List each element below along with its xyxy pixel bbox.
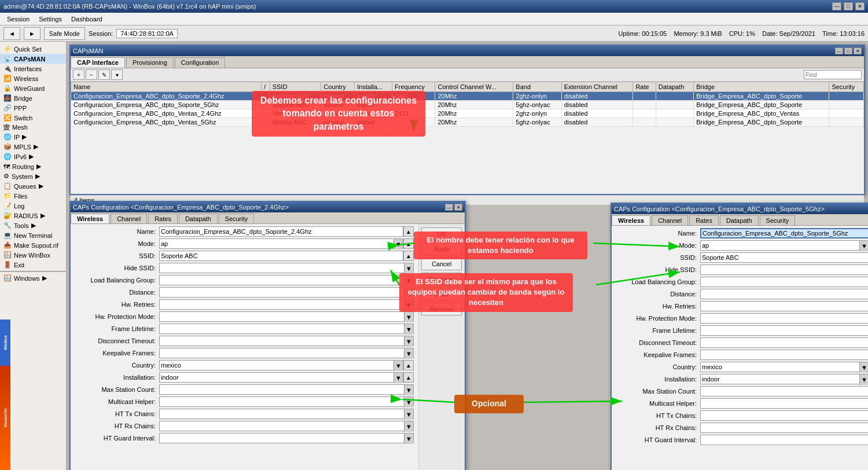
sidebar-item-capsman[interactable]: 📡 CAPsMAN — [0, 54, 66, 64]
sidebar-item-quickset[interactable]: ⚡ Quick Set — [0, 44, 66, 54]
remove-config-btn[interactable]: − — [86, 69, 97, 80]
tab-cap-interface[interactable]: CAP Interface — [71, 57, 125, 68]
r-installation-input[interactable] — [701, 374, 859, 384]
sidebar-item-queues[interactable]: 📋 Queues ▶ — [0, 181, 66, 191]
tab-left-wireless[interactable]: Wireless — [71, 214, 109, 223]
sidebar-item-files[interactable]: 📁 Files — [0, 191, 66, 201]
disconnect-timeout-input[interactable] — [160, 336, 404, 346]
r-name-input[interactable] — [700, 228, 868, 238]
name-scroll-up[interactable]: ▲ — [403, 226, 414, 237]
find-input[interactable] — [804, 70, 862, 79]
config-left-close[interactable]: ✕ — [454, 204, 462, 211]
ssid-input[interactable] — [159, 251, 403, 261]
sidebar-item-interfaces[interactable]: 🔌 Interfaces — [0, 64, 66, 74]
ht-guard-input[interactable] — [160, 434, 404, 443]
sidebar-item-ipv6[interactable]: 🌐 IPv6 ▶ — [0, 152, 66, 161]
tab-configuration[interactable]: Configuration — [175, 57, 225, 68]
multicast-arrow[interactable]: ▼ — [404, 397, 413, 407]
sidebar-item-system[interactable]: ⚙ System ▶ — [0, 171, 66, 181]
capsman-maximize-btn[interactable]: □ — [844, 47, 852, 54]
config-left-minimize[interactable]: — — [445, 204, 453, 211]
hide-ssid-input[interactable] — [160, 263, 404, 273]
r-hide-ssid-input[interactable] — [701, 265, 868, 274]
sidebar-item-mpls[interactable]: 📦 MPLS ▶ — [0, 142, 66, 152]
sidebar-item-tools[interactable]: 🔧 Tools ▶ — [0, 221, 66, 230]
ht-tx-arrow[interactable]: ▼ — [404, 409, 413, 420]
tab-right-channel[interactable]: Channel — [652, 215, 688, 225]
tab-right-rates[interactable]: Rates — [689, 215, 719, 225]
hw-retries-input[interactable] — [160, 300, 404, 309]
keepalive-input[interactable] — [160, 348, 404, 358]
country-scroll-up[interactable]: ▲ — [403, 360, 414, 370]
add-config-btn[interactable]: + — [73, 69, 84, 80]
sidebar-item-wireless[interactable]: 📶 Wireless — [0, 74, 66, 83]
tab-right-wireless[interactable]: Wireless — [612, 215, 650, 225]
capsman-close-btn[interactable]: ✕ — [854, 47, 862, 54]
sidebar-item-ppp[interactable]: 🔗 PPP — [0, 103, 66, 113]
keepalive-arrow[interactable]: ▼ — [404, 348, 413, 359]
ht-tx-input[interactable] — [160, 409, 404, 418]
capsman-minimize-btn[interactable]: — — [835, 47, 843, 54]
sidebar-item-mesh[interactable]: 🕸 Mesh — [0, 123, 66, 132]
close-button[interactable]: ✕ — [855, 2, 865, 10]
sidebar-item-exit[interactable]: 🚪 Exit — [0, 260, 66, 270]
menu-session[interactable]: Session — [2, 14, 34, 24]
sidebar-item-switch[interactable]: 🔀 Switch — [0, 113, 66, 123]
installation-input[interactable] — [160, 373, 393, 382]
config-left-title-btns[interactable]: — ✕ — [445, 204, 462, 211]
mode-input[interactable] — [160, 239, 393, 248]
country-arrow[interactable]: ▼ — [393, 361, 403, 371]
menu-settings[interactable]: Settings — [34, 14, 67, 24]
sidebar-item-ip[interactable]: 🌐 IP ▶ — [0, 132, 66, 142]
maximize-button[interactable]: □ — [844, 2, 853, 10]
r-hw-retries-input[interactable] — [701, 302, 868, 311]
sidebar-item-newterminal[interactable]: 💻 New Terminal — [0, 230, 66, 240]
sidebar-item-newwinbox[interactable]: 🪟 New WinBox — [0, 250, 66, 260]
name-input[interactable] — [159, 226, 403, 237]
r-multicast-input[interactable] — [701, 399, 868, 408]
disconnect-timeout-arrow[interactable]: ▼ — [404, 336, 413, 347]
left-apply-btn[interactable]: Cancel — [421, 258, 462, 270]
hw-protection-input[interactable] — [160, 312, 404, 321]
filter-btn[interactable]: ▾ — [111, 69, 123, 80]
r-ht-guard-input[interactable] — [701, 435, 868, 445]
frame-lifetime-arrow[interactable]: ▼ — [404, 324, 413, 335]
ht-guard-arrow[interactable]: ▼ — [404, 434, 413, 444]
country-input[interactable] — [160, 361, 393, 370]
table-row[interactable]: Configuracion_Empresa_ABC_dpto_Soporte_2… — [71, 92, 864, 101]
distance-input[interactable] — [160, 288, 404, 297]
menu-dashboard[interactable]: Dashboard — [67, 14, 107, 24]
r-ht-tx-input[interactable] — [701, 411, 868, 420]
forward-button[interactable]: ► — [24, 27, 41, 40]
capsman-title-buttons[interactable]: — □ ✕ — [835, 47, 862, 54]
safe-mode-button[interactable]: Safe Mode — [44, 27, 85, 40]
hide-ssid-arrow[interactable]: ▼ — [404, 263, 413, 274]
edit-config-btn[interactable]: ✎ — [98, 69, 110, 80]
tab-right-security[interactable]: Security — [760, 215, 796, 225]
frame-lifetime-input[interactable] — [160, 324, 404, 333]
sidebar-item-windows[interactable]: 🪟 Windows ▶ — [0, 273, 66, 283]
sidebar-item-log[interactable]: 📝 Log — [0, 201, 66, 211]
mode-arrow[interactable]: ▼ — [393, 239, 403, 249]
sidebar-item-wireguard[interactable]: 🔒 WireGuard — [0, 83, 66, 93]
sidebar-item-makesupout[interactable]: 📤 Make Supout.rif — [0, 240, 66, 250]
installation-arrow[interactable]: ▼ — [393, 373, 403, 383]
r-disconnect-input[interactable] — [701, 338, 868, 347]
r-ssid-input[interactable] — [700, 252, 868, 263]
ht-rx-arrow[interactable]: ▼ — [404, 421, 413, 432]
ssid-scroll-up[interactable]: ▲ — [403, 251, 414, 261]
tab-left-rates[interactable]: Rates — [148, 214, 178, 223]
r-hw-prot-input[interactable] — [701, 314, 868, 323]
r-distance-input[interactable] — [701, 289, 868, 299]
installation-scroll-up[interactable]: ▲ — [403, 372, 414, 383]
ht-rx-input[interactable] — [160, 421, 404, 431]
r-country-input[interactable] — [701, 362, 859, 372]
sidebar-item-radius[interactable]: 🔐 RADIUS ▶ — [0, 211, 66, 221]
back-button[interactable]: ◄ — [3, 27, 20, 40]
table-row[interactable]: Configuracion_Empresa_ABC_dpto_Ventas_2.… — [71, 109, 864, 118]
tab-left-security[interactable]: Security — [219, 214, 255, 223]
tab-right-datapath[interactable]: Datapath — [720, 215, 759, 225]
mode-scroll-up[interactable]: ▲ — [403, 238, 414, 249]
r-ht-rx-input[interactable] — [701, 423, 868, 432]
r-max-station-input[interactable] — [701, 387, 868, 396]
